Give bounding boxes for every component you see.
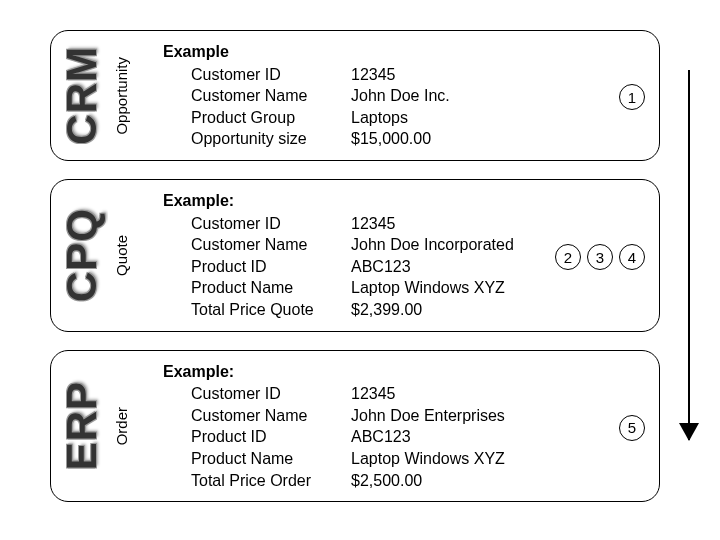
example-heading-colon: : xyxy=(229,363,234,380)
row-key: Customer Name xyxy=(191,234,351,256)
badge-group: 1 xyxy=(553,80,645,110)
row-key: Opportunity size xyxy=(191,128,351,150)
row-val: John Doe Enterprises xyxy=(351,405,553,427)
data-row: Customer NameJohn Doe Inc. xyxy=(163,85,553,107)
data-row: Customer ID12345 xyxy=(163,383,553,405)
row-val: 12345 xyxy=(351,64,553,86)
row-key: Customer ID xyxy=(191,213,351,235)
step-badge-5: 5 xyxy=(619,415,645,441)
data-row: Opportunity size$15,000.00 xyxy=(163,128,553,150)
stage-label-opportunity: Opportunity xyxy=(113,57,135,135)
flow-arrow-down-icon xyxy=(680,70,698,440)
row-key: Product ID xyxy=(191,256,351,278)
stage-label-order: Order xyxy=(113,407,135,445)
row-key: Product Name xyxy=(191,448,351,470)
stage-label-quote: Quote xyxy=(113,235,135,276)
card-content: Example: Customer ID12345 Customer NameJ… xyxy=(135,190,553,321)
row-val: $2,399.00 xyxy=(351,299,553,321)
system-label-erp: ERP xyxy=(61,381,109,470)
row-val: Laptop Windows XYZ xyxy=(351,448,553,470)
data-row: Product GroupLaptops xyxy=(163,107,553,129)
row-key: Product ID xyxy=(191,426,351,448)
row-val: ABC123 xyxy=(351,426,553,448)
row-key: Customer ID xyxy=(191,383,351,405)
data-row: Total Price Quote$2,399.00 xyxy=(163,299,553,321)
step-badge-1: 1 xyxy=(619,84,645,110)
row-key: Customer ID xyxy=(191,64,351,86)
card-cpq: CPQ Quote Example: Customer ID12345 Cust… xyxy=(50,179,660,332)
row-key: Product Name xyxy=(191,277,351,299)
row-val: $2,500.00 xyxy=(351,470,553,492)
data-row: Product NameLaptop Windows XYZ xyxy=(163,277,553,299)
example-heading: Example: xyxy=(163,190,553,212)
example-heading: Example: xyxy=(163,361,553,383)
example-heading-text: Example xyxy=(163,43,229,60)
step-badge-4: 4 xyxy=(619,244,645,270)
row-val: John Doe Incorporated xyxy=(351,234,553,256)
row-val: 12345 xyxy=(351,213,553,235)
data-row: Customer NameJohn Doe Enterprises xyxy=(163,405,553,427)
row-val: 12345 xyxy=(351,383,553,405)
example-heading-colon: : xyxy=(229,192,234,209)
row-key: Customer Name xyxy=(191,85,351,107)
data-row: Customer ID12345 xyxy=(163,213,553,235)
data-row: Product NameLaptop Windows XYZ xyxy=(163,448,553,470)
card-crm: CRM Opportunity Example Customer ID12345… xyxy=(50,30,660,161)
badge-group: 5 xyxy=(553,411,645,441)
data-row: Total Price Order$2,500.00 xyxy=(163,470,553,492)
card-content: Example: Customer ID12345 Customer NameJ… xyxy=(135,361,553,492)
data-row: Customer ID12345 xyxy=(163,64,553,86)
data-row: Product IDABC123 xyxy=(163,426,553,448)
row-key: Product Group xyxy=(191,107,351,129)
card-content: Example Customer ID12345 Customer NameJo… xyxy=(135,41,553,150)
data-row: Customer NameJohn Doe Incorporated xyxy=(163,234,553,256)
row-key: Customer Name xyxy=(191,405,351,427)
system-label-cpq: CPQ xyxy=(61,208,109,302)
badge-group: 2 3 4 xyxy=(553,240,645,270)
data-row: Product IDABC123 xyxy=(163,256,553,278)
example-heading-text: Example xyxy=(163,192,229,209)
example-heading: Example xyxy=(163,41,553,63)
row-val: John Doe Inc. xyxy=(351,85,553,107)
step-badge-3: 3 xyxy=(587,244,613,270)
step-badge-2: 2 xyxy=(555,244,581,270)
row-val: ABC123 xyxy=(351,256,553,278)
row-val: $15,000.00 xyxy=(351,128,553,150)
row-val: Laptop Windows XYZ xyxy=(351,277,553,299)
row-val: Laptops xyxy=(351,107,553,129)
row-key: Total Price Quote xyxy=(191,299,351,321)
system-label-crm: CRM xyxy=(61,46,109,145)
row-key: Total Price Order xyxy=(191,470,351,492)
example-heading-text: Example xyxy=(163,363,229,380)
card-erp: ERP Order Example: Customer ID12345 Cust… xyxy=(50,350,660,503)
